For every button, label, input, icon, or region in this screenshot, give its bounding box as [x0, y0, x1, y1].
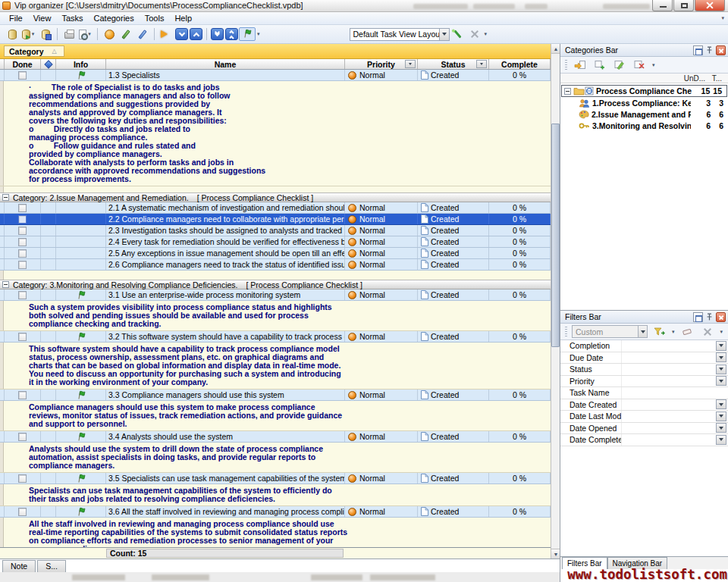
task-done-checkbox[interactable]: [18, 238, 27, 246]
float-panel-icon[interactable]: [693, 312, 703, 322]
save-database-button[interactable]: [38, 27, 53, 42]
category-tree-item[interactable]: 3.Monitoring and Resolving66: [560, 120, 728, 131]
task-row[interactable]: 3.3 Compliance managers should use this …: [0, 390, 551, 401]
column-header-complete[interactable]: Complete: [489, 59, 551, 69]
category-group-header[interactable]: Category: 3.Monitoring and Resolving Com…: [0, 280, 551, 289]
expand-all-button[interactable]: [211, 28, 224, 40]
task-row[interactable]: 3.6 All the staff involved in reviewing …: [0, 506, 551, 518]
collapse-icon[interactable]: [2, 194, 9, 201]
close-panel-icon[interactable]: [716, 45, 726, 55]
add-category-button[interactable]: [573, 58, 588, 73]
filter-dropdown-button[interactable]: [716, 376, 726, 386]
print-preview-button[interactable]: ▾: [78, 27, 93, 42]
filter-dropdown-button[interactable]: [716, 399, 726, 409]
layout-combo[interactable]: Default Task View Layout: [350, 28, 450, 41]
menu-view[interactable]: View: [28, 13, 57, 23]
task-done-checkbox[interactable]: [18, 261, 27, 269]
menu-overflow-icon[interactable]: ▾: [721, 15, 724, 21]
open-database-button[interactable]: ▾: [21, 27, 36, 42]
delete-category-button[interactable]: [632, 58, 647, 73]
task-row[interactable]: 3.4 Analysts should use the systemNormal…: [0, 431, 551, 443]
pin-icon[interactable]: [704, 312, 714, 322]
delete-filter-button[interactable]: [700, 324, 715, 340]
save-layout-button[interactable]: [450, 27, 466, 42]
task-done-checkbox[interactable]: [18, 508, 27, 516]
task-row[interactable]: 3.5 Specialists can use task management …: [0, 473, 551, 484]
new-task-button[interactable]: [102, 27, 117, 42]
task-tools-button[interactable]: [135, 27, 150, 42]
group-by-category-button[interactable]: Category △: [4, 45, 64, 57]
category-tree-item[interactable]: Process Compliance Checkli1515: [561, 85, 727, 97]
delete-layout-button[interactable]: [467, 27, 482, 42]
show-notes-button[interactable]: [239, 27, 256, 41]
scrollbar-thumb[interactable]: [551, 124, 560, 347]
menu-tasks[interactable]: Tasks: [56, 13, 88, 23]
undone-column-header[interactable]: UnD...: [678, 74, 705, 83]
filter-value[interactable]: [621, 364, 716, 375]
filter-value[interactable]: [621, 411, 716, 422]
task-row[interactable]: 2.1 A systematic mechanism of investigat…: [0, 202, 551, 214]
task-done-checkbox[interactable]: [18, 71, 27, 80]
complete-task-button[interactable]: [158, 27, 174, 42]
filter-dropdown-button[interactable]: [716, 352, 726, 362]
task-done-checkbox[interactable]: [18, 249, 27, 258]
tab-s[interactable]: S...: [37, 560, 66, 572]
task-done-checkbox[interactable]: [18, 204, 27, 212]
category-group-header[interactable]: Category: 2.Issue Management and Remedia…: [0, 192, 551, 202]
column-header-priority-icon[interactable]: [41, 59, 56, 69]
pin-icon[interactable]: [704, 45, 714, 55]
collapse-icon[interactable]: [2, 281, 9, 288]
task-done-checkbox[interactable]: [18, 227, 27, 235]
column-header-status[interactable]: Status: [418, 59, 489, 69]
menu-file[interactable]: File: [4, 13, 28, 23]
filter-value[interactable]: [621, 352, 716, 364]
float-panel-icon[interactable]: [693, 45, 703, 55]
move-down-button[interactable]: [175, 28, 188, 40]
status-filter-button[interactable]: [476, 60, 487, 68]
grid-scrollbar[interactable]: ▲ ▼: [551, 44, 560, 559]
close-panel-icon[interactable]: [716, 312, 726, 322]
menu-tools[interactable]: Tools: [140, 13, 170, 23]
filter-dropdown-button[interactable]: [716, 341, 726, 351]
close-button[interactable]: [695, 0, 725, 11]
task-done-checkbox[interactable]: [18, 291, 27, 299]
maximize-button[interactable]: [673, 0, 694, 11]
task-row[interactable]: 2.3 Investigation tasks should be assign…: [0, 225, 551, 236]
task-done-checkbox[interactable]: [18, 215, 27, 224]
filter-preset-combo[interactable]: Custom: [572, 325, 648, 338]
menu-categories[interactable]: Categories: [89, 13, 140, 23]
menu-help[interactable]: Help: [169, 13, 197, 23]
tree-collapse-icon[interactable]: [564, 88, 571, 95]
task-row[interactable]: 3.2 This software system should have a c…: [0, 331, 551, 343]
task-row[interactable]: 2.6 Compliance managers need to track th…: [0, 259, 551, 271]
priority-filter-button[interactable]: [405, 60, 416, 68]
minimize-button[interactable]: [652, 0, 673, 11]
filter-value[interactable]: [621, 399, 716, 411]
task-done-checkbox[interactable]: [18, 433, 27, 441]
category-tree-item[interactable]: 2.Issue Management and Re66: [560, 108, 728, 120]
print-button[interactable]: [61, 27, 77, 42]
filter-value[interactable]: [621, 423, 716, 434]
filter-value[interactable]: [621, 376, 716, 387]
apply-filter-button[interactable]: [651, 324, 667, 340]
total-column-header[interactable]: T...: [705, 74, 722, 83]
task-row[interactable]: 2.2 Compliance managers need to collabor…: [0, 214, 551, 225]
filter-dropdown-button[interactable]: [716, 423, 726, 433]
task-done-checkbox[interactable]: [18, 391, 27, 399]
filter-value[interactable]: [621, 387, 728, 399]
task-row[interactable]: 1.3 SpecialistsNormalCreated0 %: [0, 70, 551, 81]
filter-dropdown-button[interactable]: [716, 411, 726, 421]
task-row[interactable]: 3.1 Use an enterprise-wide process monit…: [0, 289, 551, 301]
column-header-priority[interactable]: Priority: [345, 59, 418, 69]
task-row[interactable]: 2.4 Every task for remediation should be…: [0, 236, 551, 248]
tab-note[interactable]: Note: [2, 560, 36, 572]
task-row[interactable]: 2.5 Any exceptions in issue management s…: [0, 248, 551, 259]
filter-dropdown-button[interactable]: [716, 435, 726, 445]
filter-value[interactable]: [621, 434, 716, 446]
category-tree-item[interactable]: 1.Process Compliance: Key33: [560, 97, 728, 108]
column-header-info[interactable]: Info: [56, 59, 106, 69]
combo-arrow[interactable]: [638, 326, 647, 337]
clear-filter-button[interactable]: [680, 324, 695, 340]
task-done-checkbox[interactable]: [18, 333, 27, 341]
add-subcategory-button[interactable]: [592, 58, 607, 73]
